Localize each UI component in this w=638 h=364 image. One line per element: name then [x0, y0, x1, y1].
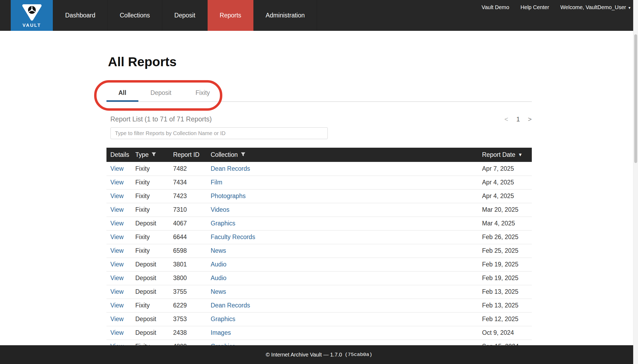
filter-icon[interactable]	[241, 151, 246, 158]
filter-input[interactable]	[110, 127, 328, 139]
collection-cell: Faculty Records	[207, 230, 478, 244]
collection-cell: Images	[207, 326, 478, 340]
column-header-type[interactable]: Type	[131, 148, 169, 162]
report-date-cell: Feb 13, 2025	[478, 299, 532, 312]
details-cell: View	[106, 258, 131, 271]
pagination-next[interactable]: >	[528, 116, 532, 123]
details-cell: View	[106, 162, 131, 176]
view-link[interactable]: View	[110, 179, 124, 186]
report-id-cell: 3800	[169, 271, 207, 285]
collection-cell: Dean Records	[207, 162, 478, 176]
report-type-cell: Fixity	[131, 189, 169, 203]
view-link[interactable]: View	[110, 329, 124, 336]
details-cell: View	[106, 230, 131, 244]
report-date-cell: Feb 26, 2025	[478, 230, 532, 244]
site-footer: © Internet Archive Vault — 1.7.0 (75cab0…	[0, 345, 638, 364]
collection-link[interactable]: Faculty Records	[211, 233, 255, 240]
collection-link[interactable]: Images	[211, 329, 231, 336]
view-link[interactable]: View	[110, 192, 124, 199]
scrollbar[interactable]	[633, 0, 638, 364]
column-header-report-date[interactable]: Report Date ▼	[478, 148, 532, 162]
user-menu[interactable]: Welcome, VaultDemo_User▾	[560, 4, 630, 10]
collection-link[interactable]: Photographs	[211, 192, 246, 199]
collection-link[interactable]: Graphics	[211, 220, 235, 227]
table-row: View Fixity 7310 Videos Mar 20, 2025	[106, 203, 532, 217]
collection-link[interactable]: News	[211, 247, 226, 254]
details-cell: View	[106, 217, 131, 230]
column-header-collection[interactable]: Collection	[207, 148, 478, 162]
details-cell: View	[106, 189, 131, 203]
collection-cell: News	[207, 285, 478, 299]
report-id-cell: 6598	[169, 244, 207, 258]
view-link[interactable]: View	[110, 220, 124, 227]
table-row: View Deposit 3755 News Feb 13, 2025	[106, 285, 532, 299]
chevron-down-icon: ▾	[628, 5, 630, 10]
report-type-cell: Fixity	[131, 203, 169, 217]
collection-cell: Audio	[207, 258, 478, 271]
column-header-type-label: Type	[135, 151, 149, 158]
vault-logo[interactable]: VAULT	[11, 0, 53, 31]
collection-link[interactable]: Videos	[211, 206, 230, 213]
report-list-summary: Report List (1 to 71 of 71 Reports)	[110, 115, 212, 123]
main-content: All Reports All Deposit Fixity Report Li…	[106, 31, 532, 354]
sort-descending-icon: ▼	[518, 152, 523, 158]
vault-demo-link[interactable]: Vault Demo	[482, 4, 509, 10]
report-date-cell: Apr 4, 2025	[478, 176, 532, 189]
nav-item-administration[interactable]: Administration	[254, 0, 317, 31]
collection-link[interactable]: Graphics	[211, 315, 235, 322]
filter-icon[interactable]	[151, 151, 156, 158]
view-link[interactable]: View	[110, 274, 124, 281]
view-link[interactable]: View	[110, 288, 124, 295]
help-center-link[interactable]: Help Center	[521, 4, 549, 10]
scrollbar-thumb[interactable]	[634, 34, 637, 163]
column-header-collection-label: Collection	[211, 151, 238, 158]
report-type-cell: Fixity	[131, 230, 169, 244]
report-id-cell: 7423	[169, 189, 207, 203]
view-link[interactable]: View	[110, 206, 124, 213]
nav-item-dashboard[interactable]: Dashboard	[53, 0, 108, 31]
collection-link[interactable]: Audio	[211, 261, 227, 268]
report-id-cell: 6229	[169, 299, 207, 312]
table-header-row: Details Type Report ID Collection	[106, 148, 532, 162]
report-id-cell: 4067	[169, 217, 207, 230]
report-id-cell: 2438	[169, 326, 207, 340]
vault-triangle-icon	[22, 4, 42, 22]
view-link[interactable]: View	[110, 165, 124, 172]
footer-text: © Internet Archive Vault — 1.7.0	[266, 352, 342, 358]
collection-link[interactable]: News	[211, 288, 226, 295]
table-row: View Deposit 3800 Audio Feb 19, 2025	[106, 271, 532, 285]
view-link[interactable]: View	[110, 302, 124, 309]
view-link[interactable]: View	[110, 233, 124, 240]
report-date-cell: Feb 12, 2025	[478, 312, 532, 326]
collection-cell: Audio	[207, 271, 478, 285]
view-link[interactable]: View	[110, 315, 124, 322]
report-date-cell: Mar 4, 2025	[478, 217, 532, 230]
column-header-details[interactable]: Details	[106, 148, 131, 162]
details-cell: View	[106, 203, 131, 217]
nav-item-reports[interactable]: Reports	[208, 0, 254, 31]
pagination-prev[interactable]: <	[504, 116, 508, 123]
tab-deposit[interactable]: Deposit	[138, 85, 183, 101]
tab-fixity[interactable]: Fixity	[183, 85, 222, 101]
view-link[interactable]: View	[110, 261, 124, 268]
welcome-label: Welcome, VaultDemo_User	[560, 4, 626, 10]
details-cell: View	[106, 326, 131, 340]
nav-item-deposit[interactable]: Deposit	[162, 0, 208, 31]
view-link[interactable]: View	[110, 247, 124, 254]
pagination-current-page[interactable]: 1	[516, 116, 520, 123]
collection-link[interactable]: Dean Records	[211, 302, 250, 309]
report-date-cell: Apr 7, 2025	[478, 162, 532, 176]
table-row: View Fixity 7423 Photographs Apr 4, 2025	[106, 189, 532, 203]
report-table-body: View Fixity 7482 Dean Records Apr 7, 202…	[106, 162, 532, 353]
collection-link[interactable]: Film	[211, 179, 222, 186]
collection-cell: Graphics	[207, 312, 478, 326]
nav-item-collections[interactable]: Collections	[108, 0, 163, 31]
tab-all[interactable]: All	[106, 85, 138, 102]
column-header-report-id[interactable]: Report ID	[169, 148, 207, 162]
report-type-cell: Deposit	[131, 326, 169, 340]
table-row: View Fixity 6598 News Feb 25, 2025	[106, 244, 532, 258]
collection-link[interactable]: Audio	[211, 274, 227, 281]
report-date-cell: Feb 19, 2025	[478, 258, 532, 271]
collection-link[interactable]: Dean Records	[211, 165, 250, 172]
collection-cell: Graphics	[207, 217, 478, 230]
